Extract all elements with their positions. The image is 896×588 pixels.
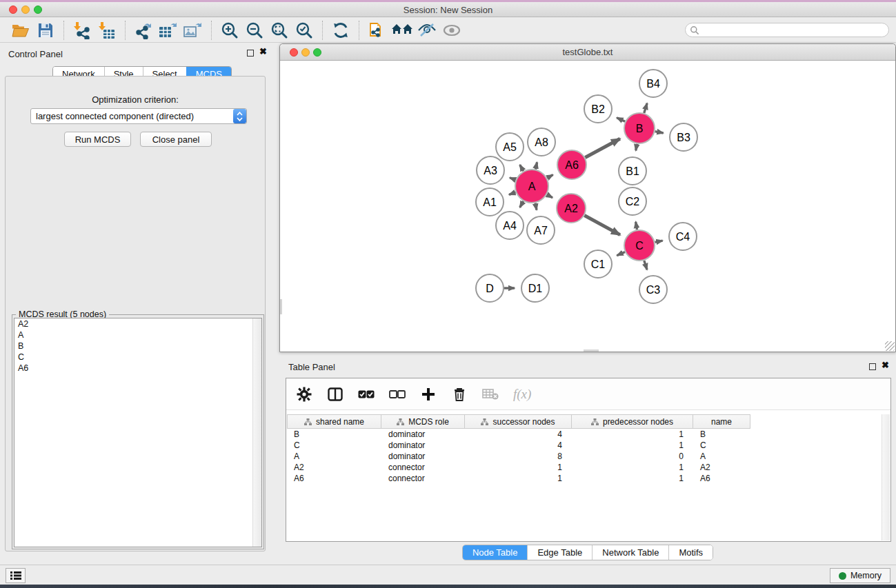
graph-edge-A-A8[interactable]: [535, 162, 537, 169]
graph-node-D[interactable]: D: [476, 274, 504, 302]
delete-columns-icon[interactable]: [451, 386, 468, 403]
graph-node-A6[interactable]: A6: [557, 150, 586, 179]
deselect-all-rows-icon[interactable]: [389, 386, 406, 403]
graph-node-A2[interactable]: A2: [557, 194, 586, 223]
import-table-icon[interactable]: [94, 20, 119, 41]
graph-edge-A-A5[interactable]: [520, 165, 524, 171]
export-table-icon[interactable]: [156, 20, 181, 41]
table-tab-edge-table[interactable]: Edge Table: [527, 545, 592, 560]
hide-selected-icon[interactable]: [415, 20, 439, 41]
table-row[interactable]: Bdominator41B: [287, 429, 881, 440]
result-list-scrollbar[interactable]: [252, 318, 261, 547]
graph-edge-C-C1[interactable]: [617, 252, 625, 255]
graph-node-A1[interactable]: A1: [476, 188, 504, 216]
graph-node-C[interactable]: C: [624, 230, 655, 261]
graph-node-A3[interactable]: A3: [477, 156, 504, 184]
graph-edge-A6-B[interactable]: [585, 139, 620, 157]
graph-node-A8[interactable]: A8: [528, 128, 555, 156]
graph-node-B2[interactable]: B2: [584, 95, 612, 123]
graph-node-A[interactable]: A: [515, 170, 548, 203]
splitter-handle-bottom[interactable]: [584, 349, 599, 352]
mcds-result-item[interactable]: B: [14, 341, 261, 352]
first-neighbors-icon[interactable]: [390, 20, 415, 41]
column-header-name[interactable]: name: [693, 414, 750, 429]
graph-edge-B-B2[interactable]: [617, 118, 625, 122]
save-session-icon[interactable]: [33, 20, 58, 41]
graph-edge-C-C4[interactable]: [655, 241, 663, 242]
open-file-icon[interactable]: [8, 20, 33, 41]
graph-node-C1[interactable]: C1: [584, 250, 612, 278]
graph-edge-B-B3[interactable]: [655, 132, 664, 133]
search-input[interactable]: [699, 25, 888, 36]
attribute-settings-icon[interactable]: [296, 386, 312, 403]
mcds-result-item[interactable]: A: [14, 330, 261, 341]
splitter-handle-left[interactable]: [280, 299, 282, 314]
mcds-result-item[interactable]: C: [14, 352, 261, 363]
task-history-button[interactable]: [6, 568, 26, 583]
import-network-icon[interactable]: [70, 20, 94, 41]
column-header-predecessor-nodes[interactable]: predecessor nodes: [572, 414, 693, 429]
graph-edge-B-B4[interactable]: [644, 103, 647, 113]
select-all-rows-icon[interactable]: [358, 386, 375, 403]
graph-node-A4[interactable]: A4: [496, 212, 524, 239]
float-panel-icon[interactable]: [247, 50, 254, 57]
float-table-panel-icon[interactable]: [869, 363, 876, 370]
zoom-selected-icon[interactable]: [292, 20, 317, 41]
graph-edge-C-C3[interactable]: [644, 261, 647, 270]
graph-edge-B-B1[interactable]: [636, 144, 637, 151]
graph-node-C2[interactable]: C2: [619, 187, 646, 215]
graph-node-B[interactable]: B: [624, 113, 655, 143]
graph-node-A7[interactable]: A7: [527, 216, 555, 244]
memory-button[interactable]: Memory: [830, 568, 890, 583]
criterion-dropdown[interactable]: largest connected component (directed): [30, 108, 247, 124]
close-table-panel-icon[interactable]: ✖: [882, 360, 889, 370]
column-header-shared-name[interactable]: shared name: [287, 414, 381, 429]
refresh-view-icon[interactable]: [328, 20, 353, 41]
graph-edge-A-A1[interactable]: [509, 192, 516, 195]
mcds-result-item[interactable]: A2: [14, 318, 261, 330]
column-visibility-icon[interactable]: [327, 386, 344, 403]
graph-node-B3[interactable]: B3: [670, 123, 697, 151]
table-row[interactable]: A2connector11A2: [287, 462, 881, 473]
graph-edge-A-A7[interactable]: [535, 203, 537, 210]
graph-node-B1[interactable]: B1: [619, 157, 646, 185]
graph-edge-A-A4[interactable]: [520, 201, 524, 207]
table-scrollbar[interactable]: [882, 414, 890, 540]
column-header-successor-nodes[interactable]: successor nodes: [465, 414, 572, 429]
zoom-in-icon[interactable]: [217, 20, 242, 41]
table-row[interactable]: A6connector11A6: [287, 473, 881, 484]
window-resize-grip[interactable]: [885, 341, 895, 351]
close-panel-icon[interactable]: ✖: [259, 46, 267, 57]
zoom-out-icon[interactable]: [242, 20, 267, 41]
mcds-result-item[interactable]: A6: [14, 363, 261, 374]
table-tab-network-table[interactable]: Network Table: [592, 545, 668, 560]
export-network-icon[interactable]: [131, 20, 156, 41]
show-all-icon[interactable]: [439, 20, 464, 41]
graph-node-A5[interactable]: A5: [496, 133, 524, 161]
table-tab-motifs[interactable]: Motifs: [668, 545, 713, 560]
graph-edge-C-C2[interactable]: [636, 222, 637, 230]
graph-node-C3[interactable]: C3: [639, 276, 667, 303]
status-bar: Memory: [0, 565, 896, 585]
graph-node-D1[interactable]: D1: [521, 274, 549, 302]
close-panel-button[interactable]: Close panel: [140, 132, 212, 147]
zoom-fit-icon[interactable]: [267, 20, 292, 41]
create-column-icon[interactable]: [420, 386, 437, 403]
graph-node-B4[interactable]: B4: [639, 70, 667, 97]
export-image-icon[interactable]: [181, 20, 206, 41]
run-mcds-button[interactable]: Run MCDS: [64, 132, 131, 147]
network-graph: B4B2BB3A8A5A6B1A3AC2A1A2A4A7C4CC1C3DD1: [280, 61, 895, 352]
network-canvas[interactable]: B4B2BB3A8A5A6B1A3AC2A1A2A4A7C4CC1C3DD1: [280, 61, 895, 352]
table-row[interactable]: Adominator80A: [287, 451, 881, 462]
graph-edge-A-A3[interactable]: [510, 178, 516, 180]
column-header-MCDS-role[interactable]: MCDS role: [381, 414, 465, 429]
graph-node-C4[interactable]: C4: [669, 223, 697, 250]
function-builder-icon[interactable]: f(x): [513, 387, 531, 402]
graph-edge-A-A2[interactable]: [547, 194, 552, 198]
table-tab-node-table[interactable]: Node Table: [463, 545, 528, 560]
new-session-from-selection-icon[interactable]: [365, 20, 390, 41]
delete-table-icon[interactable]: [482, 386, 499, 403]
graph-edge-A-A6[interactable]: [547, 175, 553, 179]
graph-edge-A2-C[interactable]: [584, 216, 620, 235]
table-row[interactable]: Cdominator41C: [287, 440, 881, 451]
